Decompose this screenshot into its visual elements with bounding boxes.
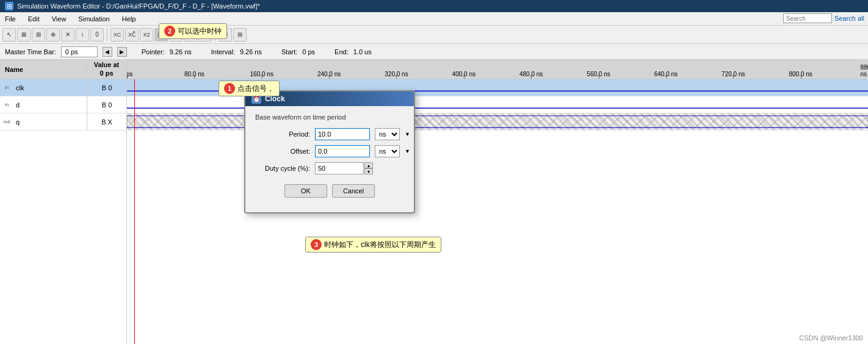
dialog-duty-spinner: ▲ ▼ — [315, 162, 373, 174]
timeline-tick-8: 640.0 ns — [654, 71, 678, 77]
toolbar-bus[interactable]: ⊟ — [219, 28, 232, 41]
dialog-icon: ⏰ — [251, 94, 261, 104]
timeline-tick-1: 80.0 ns — [184, 71, 204, 77]
search-label[interactable]: Search all — [834, 15, 864, 22]
dialog-body: Base waveform on time period Period: ps … — [245, 106, 414, 212]
signal-type-in: in — [0, 85, 13, 90]
toolbar-zero[interactable]: 0 — [90, 28, 104, 41]
timeline-tick-9: 720.0 ns — [722, 71, 745, 77]
dialog-period-label: Period: — [255, 131, 310, 138]
signal-name-clk: clk — [13, 84, 87, 91]
chevron-down-icon-period: ▼ — [405, 131, 410, 137]
toolbar-random[interactable]: ≈ — [198, 28, 212, 41]
dialog-period-input[interactable] — [315, 128, 370, 140]
timeline-tick-11: 880.0 ns — [860, 64, 868, 77]
waveform-row-d — [127, 96, 868, 113]
dialog-period-unit[interactable]: ps ns us ms — [375, 128, 400, 140]
signal-value-q: B X — [87, 113, 126, 130]
dialog-duty-label: Duty cycle (%): — [255, 165, 310, 172]
timeline-tick-7: 560.0 ns — [587, 71, 610, 77]
signal-name-q: q — [13, 118, 87, 126]
dialog-offset-field: Offset: ps ns us ms ▼ — [255, 145, 404, 157]
dialog-subtitle: Base waveform on time period — [255, 113, 404, 121]
timeline-tick-4: 320.0 ns — [385, 71, 408, 77]
toolbar-sep-1 — [107, 29, 107, 41]
pointer-label: Pointer: — [142, 48, 165, 56]
timeline-tick-5: 400.0 ns — [452, 71, 476, 77]
signal-col-value-header: Value at 0 ps — [87, 60, 126, 79]
search-input[interactable] — [783, 13, 832, 23]
dialog-duty-field: Duty cycle (%): ▲ ▼ — [255, 162, 404, 174]
menu-file[interactable]: File — [2, 15, 18, 23]
dialog-title-text: Clock — [265, 95, 285, 103]
signal-row-clk[interactable]: in clk B 0 — [0, 79, 126, 96]
toolbar-invert[interactable]: ↕ — [76, 28, 89, 41]
signal-value-clk: B 0 — [87, 79, 126, 96]
signal-value-d: B 0 — [87, 96, 126, 113]
toolbar-x2[interactable]: X2 — [140, 28, 153, 41]
status-bar: Master Time Bar: 0 ps ◀ ▶ Pointer: 9.26 … — [0, 44, 868, 60]
timeline-tick-0: 0 ps — [127, 71, 132, 77]
menu-simulation[interactable]: Simulation — [76, 15, 112, 23]
chevron-down-icon-offset: ▼ — [405, 148, 410, 154]
signal-panel: Name Value at 0 ps in clk B 0 in d B 0 o… — [0, 60, 127, 344]
clock-dialog: ⏰ Clock Base waveform on time period Per… — [244, 90, 415, 213]
menu-help[interactable]: Help — [120, 15, 139, 23]
signal-col-name-header: Name — [0, 60, 87, 79]
dialog-duty-input[interactable] — [315, 162, 364, 174]
spinner-btns: ▲ ▼ — [364, 162, 373, 174]
toolbar-sep-2 — [215, 29, 215, 41]
toolbar-grid[interactable]: ⊞ — [233, 28, 247, 41]
dialog-offset-label: Offset: — [255, 148, 310, 155]
toolbar: ↖ ⊠ ⊞ ⊕ ✕ ↕ 0 XC XC̄ X2 XR ⇄ ⇔ ≈ ⊟ ⊞ — [0, 26, 868, 44]
menu-view[interactable]: View — [49, 15, 69, 23]
signal-row-q[interactable]: out q B X — [0, 113, 126, 131]
nav-next[interactable]: ▶ — [117, 47, 127, 57]
toolbar-contract[interactable]: ⇔ — [184, 28, 197, 41]
dialog-offset-unit[interactable]: ps ns us ms — [375, 145, 400, 157]
timeline-tick-10: 800.0 ns — [789, 71, 812, 77]
title-text: Simulation Waveform Editor - D:/GanHui/F… — [17, 2, 260, 10]
app-icon: ⊞ — [5, 2, 13, 10]
waveform-signals: 1点击信号， — [127, 79, 868, 344]
title-bar: ⊞ Simulation Waveform Editor - D:/GanHui… — [0, 0, 868, 12]
nav-prev[interactable]: ◀ — [103, 47, 112, 57]
timeline-tick-3: 240.0 ns — [317, 71, 341, 77]
timeline-header: 0 ps80.0 ns160.0 ns240.0 ns320.0 ns400.0… — [127, 60, 868, 79]
start-label: Start: — [281, 48, 297, 56]
waveform-area: 0 ps80.0 ns160.0 ns240.0 ns320.0 ns400.0… — [127, 60, 868, 344]
dialog-period-field: Period: ps ns us ms ▼ — [255, 128, 404, 140]
svg-rect-2 — [127, 116, 868, 127]
toolbar-delete[interactable]: ✕ — [61, 28, 74, 41]
toolbar-pointer[interactable]: ↖ — [2, 28, 16, 41]
start-value: 0 ps — [302, 48, 315, 56]
toolbar-add-pin[interactable]: ⊕ — [46, 28, 60, 41]
menu-edit[interactable]: Edit — [26, 15, 42, 23]
waveform-row-clk — [127, 79, 868, 96]
toolbar-xb[interactable]: XC̄ — [125, 28, 139, 41]
toolbar-expand[interactable]: ⇄ — [169, 28, 183, 41]
timeline-tick-6: 480.0 ns — [519, 71, 543, 77]
dialog-title: ⏰ Clock — [245, 91, 414, 106]
search-bar: Search all — [779, 12, 868, 24]
menu-bar: File Edit View Simulation Help 2可以选中时钟 S… — [0, 12, 868, 26]
timeline-tick-2: 160.0 ns — [250, 71, 273, 77]
spinner-down[interactable]: ▼ — [364, 168, 373, 174]
spinner-up[interactable]: ▲ — [364, 162, 373, 168]
toolbar-xc[interactable]: XC — [110, 28, 124, 41]
dialog-cancel-button[interactable]: Cancel — [332, 184, 375, 198]
toolbar-snap[interactable]: ⊞ — [32, 28, 45, 41]
toolbar-xr[interactable]: XR — [154, 28, 168, 41]
master-time-label: Master Time Bar: — [5, 48, 56, 56]
end-value: 1.0 us — [353, 48, 372, 56]
signal-row-d[interactable]: in d B 0 — [0, 96, 126, 113]
dialog-offset-input[interactable] — [315, 145, 370, 157]
signal-type-out: out — [0, 119, 13, 124]
signal-name-d: d — [13, 101, 87, 109]
signal-type-in-d: in — [0, 102, 13, 107]
master-time-value: 0 ps — [61, 46, 98, 57]
waveform-row-q — [127, 113, 868, 131]
dialog-ok-button[interactable]: OK — [284, 184, 327, 198]
toolbar-zoom-full[interactable]: ⊠ — [17, 28, 31, 41]
interval-value: 9.26 ns — [240, 48, 262, 56]
